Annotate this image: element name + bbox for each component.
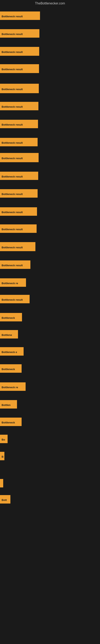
bottleneck-result-9: Bottleneck result [0,153,39,162]
bottleneck-result-21: Bottleneck [0,364,22,373]
site-title: TheBottlenecker.com [0,0,100,7]
bottleneck-result-19: Bottlene [0,330,18,338]
bottleneck-result-5: Bottleneck result [0,84,39,93]
bottleneck-result-7: Bottleneck result [0,120,38,128]
bottleneck-result-26: B [0,452,4,460]
bottleneck-result-4: Bottleneck result [0,64,39,73]
bottleneck-result-27 [0,479,3,488]
bottleneck-result-18: Bottleneck [0,313,22,322]
bottleneck-result-2: Bottleneck result [0,29,39,38]
bottleneck-result-10: Bottleneck result [0,172,38,180]
bottleneck-result-15: Bottleneck result [0,260,30,269]
bottleneck-result-17: Bottleneck result [0,295,30,303]
bottleneck-result-8: Bottleneck result [0,138,38,146]
bottleneck-result-12: Bottleneck result [0,207,37,216]
bottleneck-result-28: Bott [0,495,10,504]
bottleneck-result-23: Bottlen [0,400,17,408]
bottleneck-result-14: Bottleneck result [0,242,35,251]
bottleneck-result-6: Bottleneck result [0,102,38,110]
bottleneck-result-1: Bottleneck result [0,12,40,20]
bottleneck-result-22: Bottleneck re [0,382,26,391]
bottleneck-result-13: Bottleneck result [0,224,37,233]
bottleneck-result-3: Bottleneck result [0,47,39,56]
bottleneck-result-11: Bottleneck result [0,189,38,198]
bottleneck-result-25: Bo [0,435,8,443]
bottleneck-result-20: Bottleneck e [0,347,24,356]
bottleneck-result-16: Bottleneck re [0,278,26,287]
bottleneck-result-24: Bottleneck [0,418,22,426]
